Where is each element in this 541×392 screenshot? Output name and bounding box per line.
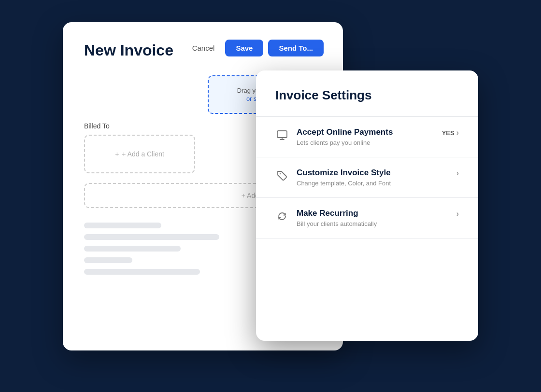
- customize-style-content: Customize Invoice Style Change template,…: [297, 168, 449, 187]
- online-payments-yes: YES: [442, 129, 455, 137]
- chevron-right-icon: ›: [456, 169, 459, 178]
- make-recurring-title: Make Recurring: [297, 209, 449, 218]
- chevron-right-icon: ›: [456, 210, 459, 218]
- settings-item-online-payments[interactable]: Accept Online Payments Lets clients pay …: [275, 117, 459, 157]
- invoice-actions: Cancel Save Send To...: [186, 40, 324, 56]
- refresh-icon: [275, 210, 289, 223]
- make-recurring-action[interactable]: ›: [456, 210, 459, 218]
- skeleton-line: [84, 223, 161, 228]
- skeleton-line: [84, 257, 132, 263]
- customize-style-desc: Change template, Color, and Font: [297, 180, 449, 187]
- add-client-label: + Add a Client: [122, 150, 164, 158]
- online-payments-action[interactable]: YES ›: [442, 128, 459, 137]
- skeleton-line: [84, 269, 200, 275]
- cancel-button[interactable]: Cancel: [186, 40, 221, 56]
- add-client-icon: +: [115, 150, 119, 158]
- divider-3: [256, 238, 478, 238]
- customize-style-title: Customize Invoice Style: [297, 168, 449, 178]
- skeleton-line: [84, 246, 181, 252]
- send-to-button[interactable]: Send To...: [268, 40, 324, 56]
- add-client-button[interactable]: + + Add a Client: [84, 135, 195, 173]
- tag-icon: [275, 169, 289, 182]
- svg-rect-0: [277, 131, 287, 138]
- monitor-icon: [275, 128, 289, 142]
- chevron-right-icon: ›: [456, 128, 459, 137]
- online-payments-content: Accept Online Payments Lets clients pay …: [297, 127, 434, 146]
- online-payments-desc: Lets clients pay you online: [297, 139, 434, 146]
- settings-card: Invoice Settings Accept Online Payments …: [256, 70, 478, 341]
- customize-style-action[interactable]: ›: [456, 169, 459, 178]
- settings-title: Invoice Settings: [275, 88, 459, 103]
- make-recurring-desc: Bill your clients automatically: [297, 220, 449, 227]
- save-button[interactable]: Save: [225, 40, 263, 56]
- make-recurring-content: Make Recurring Bill your clients automat…: [297, 209, 449, 227]
- skeleton-line: [84, 234, 219, 240]
- online-payments-title: Accept Online Payments: [297, 127, 434, 137]
- svg-point-3: [280, 173, 281, 174]
- settings-item-customize-style[interactable]: Customize Invoice Style Change template,…: [275, 157, 459, 197]
- add-item-button[interactable]: + Add: [84, 183, 268, 208]
- settings-item-make-recurring[interactable]: Make Recurring Bill your clients automat…: [275, 198, 459, 238]
